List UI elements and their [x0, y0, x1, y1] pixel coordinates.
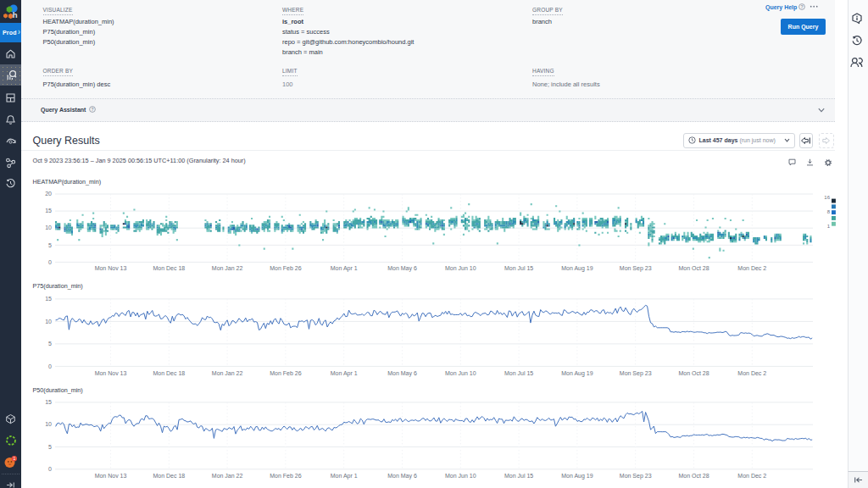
svg-text:Mon Dec 2: Mon Dec 2	[737, 473, 766, 479]
svg-text:Mon Aug 19: Mon Aug 19	[561, 370, 593, 377]
svg-text:Mon Jan 22: Mon Jan 22	[212, 265, 243, 271]
svg-text:Mon Oct 28: Mon Oct 28	[678, 265, 709, 271]
svg-text:Mon Nov 13: Mon Nov 13	[95, 473, 127, 479]
svg-text:Mon Dec 18: Mon Dec 18	[153, 265, 185, 271]
svg-text:5: 5	[48, 242, 52, 248]
svg-text:?: ?	[801, 3, 804, 8]
svg-text:Mon Nov 13: Mon Nov 13	[95, 265, 127, 271]
svg-text:Mon Jul 15: Mon Jul 15	[504, 473, 533, 479]
svg-text:Mon Jul 15: Mon Jul 15	[504, 265, 533, 271]
svg-text:Mon Dec 18: Mon Dec 18	[153, 370, 185, 376]
svg-text:15: 15	[45, 399, 52, 405]
svg-text:0: 0	[48, 259, 52, 265]
svg-text:Mon Feb 26: Mon Feb 26	[270, 473, 301, 479]
svg-text:h: h	[13, 10, 18, 19]
svg-text:Mon May 6: Mon May 6	[387, 370, 417, 377]
svg-text:20: 20	[45, 191, 52, 197]
svg-text:?: ?	[92, 107, 94, 112]
svg-text:1: 1	[827, 224, 831, 229]
svg-text:0: 0	[48, 363, 52, 369]
svg-text:Mon Dec 18: Mon Dec 18	[153, 473, 185, 479]
svg-text:Mon Aug 19: Mon Aug 19	[561, 265, 593, 272]
svg-text:5: 5	[48, 341, 52, 347]
svg-text:Mon Feb 26: Mon Feb 26	[270, 370, 301, 376]
svg-text:Mon Sep 23: Mon Sep 23	[620, 265, 652, 272]
svg-text:Mon Jun 10: Mon Jun 10	[445, 265, 476, 271]
svg-text:Mon Oct 28: Mon Oct 28	[678, 473, 709, 479]
svg-text:Mon Apr 1: Mon Apr 1	[331, 370, 358, 377]
svg-text:P50(duration_min): P50(duration_min)	[33, 386, 83, 394]
svg-text:0: 0	[48, 466, 52, 472]
svg-text:5: 5	[48, 444, 52, 450]
svg-text:Mon Sep 23: Mon Sep 23	[620, 370, 652, 377]
svg-text:Mon Dec 2: Mon Dec 2	[737, 370, 766, 376]
svg-text:Mon Dec 2: Mon Dec 2	[737, 265, 766, 271]
svg-text:Mon Jan 22: Mon Jan 22	[212, 473, 243, 479]
svg-text:Mon Oct 28: Mon Oct 28	[678, 370, 709, 376]
svg-text:Mon May 6: Mon May 6	[387, 265, 417, 272]
svg-text:10: 10	[45, 319, 52, 324]
svg-text:Mon Jun 10: Mon Jun 10	[445, 473, 476, 479]
svg-text:Mon Jul 15: Mon Jul 15	[504, 370, 533, 376]
svg-text:Mon Apr 1: Mon Apr 1	[331, 265, 358, 272]
svg-text:15: 15	[45, 208, 52, 214]
svg-text:Mon May 6: Mon May 6	[387, 473, 417, 480]
svg-text:HEATMAP(duration_min): HEATMAP(duration_min)	[33, 178, 102, 186]
svg-text:1: 1	[13, 456, 15, 461]
svg-text:8: 8	[827, 209, 831, 214]
svg-text:15: 15	[45, 296, 52, 302]
svg-text:Mon Feb 26: Mon Feb 26	[270, 265, 301, 271]
svg-text:10: 10	[45, 421, 52, 427]
svg-text:Mon Apr 1: Mon Apr 1	[331, 473, 358, 480]
svg-text:10: 10	[45, 225, 52, 230]
svg-text:Mon Nov 13: Mon Nov 13	[95, 370, 127, 376]
svg-text:Mon Aug 19: Mon Aug 19	[561, 473, 593, 480]
svg-text:Mon Sep 23: Mon Sep 23	[620, 473, 652, 480]
svg-text:Mon Jun 10: Mon Jun 10	[445, 370, 476, 376]
svg-text:16: 16	[824, 195, 830, 200]
svg-text:P75(duration_min): P75(duration_min)	[33, 282, 83, 290]
svg-text:Mon Jan 22: Mon Jan 22	[212, 370, 243, 376]
